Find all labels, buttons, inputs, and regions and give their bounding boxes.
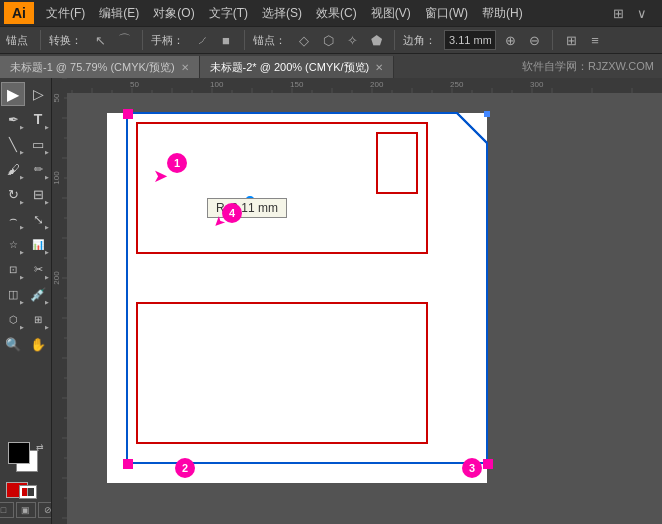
- mesh-icon: ⊞: [34, 314, 42, 325]
- symbol-tool[interactable]: ☆ ▶: [1, 232, 25, 256]
- collapse-icon[interactable]: ∨: [632, 3, 652, 23]
- menu-file[interactable]: 文件(F): [40, 3, 91, 24]
- tab-2-close[interactable]: ✕: [375, 62, 383, 73]
- tab-1[interactable]: 未标题-1 @ 75.79% (CMYK/预览) ✕: [0, 56, 200, 78]
- svg-text:200: 200: [52, 271, 61, 285]
- align-icon[interactable]: ⊞: [561, 30, 581, 50]
- reflect-tri: ▶: [45, 199, 49, 205]
- mesh-tri: ▶: [45, 324, 49, 330]
- pen-tri: ▶: [20, 124, 24, 130]
- direct-selection-tool[interactable]: ▷: [26, 82, 50, 106]
- rect-tri: ▶: [45, 149, 49, 155]
- reflect-icon: ⊟: [33, 187, 44, 202]
- eyedropper-tri: ▶: [45, 299, 49, 305]
- svg-rect-36: [52, 78, 67, 524]
- zoom-icon: 🔍: [5, 337, 21, 352]
- blend-tri: ▶: [20, 324, 24, 330]
- menu-window[interactable]: 窗口(W): [419, 3, 474, 24]
- menu-effect[interactable]: 效果(C): [310, 3, 363, 24]
- tool-row-8: ⊡ ▶ ✂ ▶: [1, 257, 50, 281]
- tool-row-10: ⬡ ▶ ⊞ ▶: [1, 307, 50, 331]
- reflect-tool[interactable]: ⊟ ▶: [26, 182, 50, 206]
- gradient-tool[interactable]: ◫ ▶: [1, 282, 25, 306]
- fill-none-box[interactable]: [20, 486, 36, 498]
- anchor-icon3[interactable]: ✧: [342, 30, 362, 50]
- anchor-label: 锚点: [6, 33, 28, 48]
- type-tool[interactable]: T ▶: [26, 107, 50, 131]
- zoom-tool[interactable]: 🔍: [1, 332, 25, 356]
- warp-tool[interactable]: ⌢ ▶: [1, 207, 25, 231]
- paintbrush-tool[interactable]: 🖌 ▶: [1, 157, 25, 181]
- tab-1-close[interactable]: ✕: [181, 62, 189, 73]
- tab-2-label: 未标题-2* @ 200% (CMYK/预览): [210, 60, 370, 75]
- eyedropper-tool[interactable]: 💉 ▶: [26, 282, 50, 306]
- convert-label: 转换：: [49, 33, 82, 48]
- color-swap-icon[interactable]: ⇄: [36, 442, 44, 452]
- handle-icon2[interactable]: ■: [216, 30, 236, 50]
- gradient-mode-btn[interactable]: ▣: [16, 502, 36, 518]
- gradient-tri: ▶: [20, 299, 24, 305]
- distribute-icon[interactable]: ≡: [585, 30, 605, 50]
- corner-value-input[interactable]: [444, 30, 496, 50]
- pen-tool[interactable]: ✒ ▶: [1, 107, 25, 131]
- none-mode-btn[interactable]: ⊘: [38, 502, 53, 518]
- type-icon: T: [34, 111, 43, 127]
- menu-select[interactable]: 选择(S): [256, 3, 308, 24]
- corner-icon1[interactable]: ⊕: [500, 30, 520, 50]
- foreground-color-box[interactable]: [8, 442, 30, 464]
- graph-tri: ▶: [45, 249, 49, 255]
- graph-tool[interactable]: 📊 ▶: [26, 232, 50, 256]
- menu-edit[interactable]: 编辑(E): [93, 3, 145, 24]
- handle-icon1[interactable]: ⟋: [192, 30, 212, 50]
- pencil-icon: ✏: [34, 163, 43, 176]
- tool-row-1: ▶ ▷: [1, 82, 50, 106]
- anchor-label2: 锚点：: [253, 33, 286, 48]
- line-icon: ╲: [9, 137, 17, 152]
- slice-icon: ✂: [34, 263, 43, 276]
- svg-text:100: 100: [210, 80, 224, 89]
- rotate-tool[interactable]: ↻ ▶: [1, 182, 25, 206]
- color-mode-btn[interactable]: □: [0, 502, 14, 518]
- canvas-viewport: R: 3.11 mm 1 ➤ 2 3 4 ➤: [67, 93, 662, 524]
- pencil-tool[interactable]: ✏ ▶: [26, 157, 50, 181]
- svg-text:300: 300: [530, 80, 544, 89]
- brush-tri: ▶: [20, 174, 24, 180]
- rotate-tri: ▶: [20, 199, 24, 205]
- tool-row-5: ↻ ▶ ⊟ ▶: [1, 182, 50, 206]
- anchor-icon1[interactable]: ◇: [294, 30, 314, 50]
- slice-tri: ▶: [45, 274, 49, 280]
- tab-2[interactable]: 未标题-2* @ 200% (CMYK/预览) ✕: [200, 56, 395, 78]
- selection-tool[interactable]: ▶: [1, 82, 25, 106]
- line-tool[interactable]: ╲ ▶: [1, 132, 25, 156]
- anchor-icon4[interactable]: ⬟: [366, 30, 386, 50]
- selection-arrow-icon: ▶: [7, 85, 19, 104]
- menu-object[interactable]: 对象(O): [147, 3, 200, 24]
- svg-text:250: 250: [450, 80, 464, 89]
- convert-corner-icon[interactable]: ↖: [90, 30, 110, 50]
- tool-row-4: 🖌 ▶ ✏ ▶: [1, 157, 50, 181]
- corner-icon2[interactable]: ⊖: [524, 30, 544, 50]
- blend-tool[interactable]: ⬡ ▶: [1, 307, 25, 331]
- direct-select-icon: ▷: [33, 86, 44, 102]
- menu-text[interactable]: 文字(T): [203, 3, 254, 24]
- scale-tool[interactable]: ⤡ ▶: [26, 207, 50, 231]
- rotate-icon: ↻: [8, 187, 19, 202]
- svg-rect-72: [484, 460, 490, 466]
- corner-label: 边角：: [403, 33, 436, 48]
- mesh-tool[interactable]: ⊞ ▶: [26, 307, 50, 331]
- svg-rect-0: [52, 78, 662, 93]
- anchor-icon2[interactable]: ⬡: [318, 30, 338, 50]
- color-modes: □ ▣ ⊘: [0, 502, 52, 518]
- rect-tool[interactable]: ▭ ▶: [26, 132, 50, 156]
- color-boxes: ⇄: [8, 442, 44, 478]
- svg-text:150: 150: [290, 80, 304, 89]
- menu-help[interactable]: 帮助(H): [476, 3, 529, 24]
- artboard-tool[interactable]: ⊡ ▶: [1, 257, 25, 281]
- convert-smooth-icon[interactable]: ⌒: [114, 30, 134, 50]
- grid-icon[interactable]: ⊞: [608, 3, 628, 23]
- hand-tool[interactable]: ✋: [26, 332, 50, 356]
- menu-view[interactable]: 视图(V): [365, 3, 417, 24]
- slice-tool[interactable]: ✂ ▶: [26, 257, 50, 281]
- sep1: [40, 30, 41, 50]
- options-bar: 锚点 转换： ↖ ⌒ 手柄： ⟋ ■ 锚点： ◇ ⬡ ✧ ⬟ 边角： ⊕ ⊖ ⊞…: [0, 26, 662, 54]
